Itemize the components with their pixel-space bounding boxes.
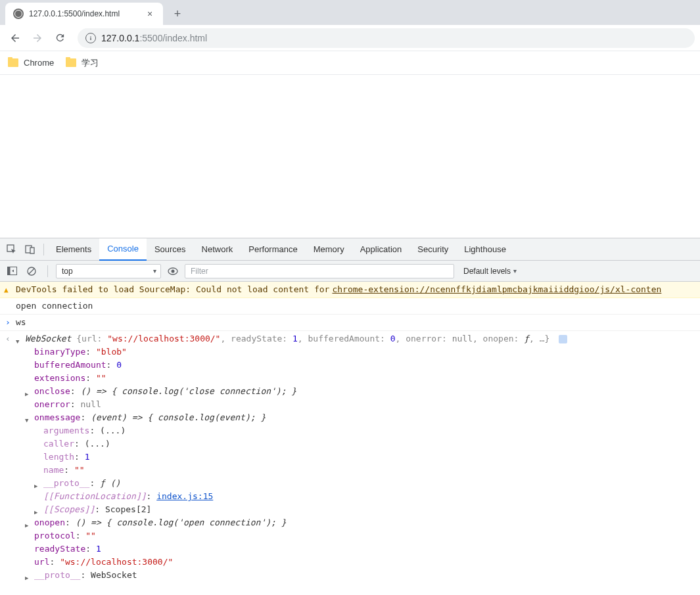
folder-icon [8, 58, 18, 67]
address-bar[interactable]: i 127.0.0.1:5500/index.html [78, 28, 695, 48]
globe-icon [13, 9, 24, 19]
tab-elements[interactable]: Elements [48, 238, 99, 261]
info-icon[interactable]: i [85, 33, 96, 43]
source-link[interactable]: index.js:15 [156, 491, 213, 501]
tab-application[interactable]: Application [352, 238, 410, 261]
console-warning-row[interactable]: DevTools failed to load SourceMap: Could… [0, 282, 700, 298]
console-sidebar-toggle-icon[interactable] [4, 263, 20, 279]
prop-onclose[interactable]: onclose: () => { console.log('close conn… [25, 385, 695, 398]
svg-rect-2 [30, 248, 34, 253]
tab-console[interactable]: Console [99, 238, 147, 261]
prop-name[interactable]: name: "" [34, 464, 695, 477]
tab-network[interactable]: Network [194, 238, 241, 261]
websocket-object[interactable]: WebSocket {url: "ws://localhost:3000/", … [16, 332, 695, 345]
reload-button[interactable] [50, 28, 70, 48]
console-output: DevTools failed to load SourceMap: Could… [0, 282, 700, 583]
bookmark-chrome[interactable]: Chrome [8, 58, 54, 68]
prop-caller[interactable]: caller: (...) [34, 437, 695, 451]
tab-memory[interactable]: Memory [306, 238, 352, 261]
console-input-row[interactable]: ws [0, 315, 700, 331]
tab-strip: 127.0.0.1:5500/index.html × + [0, 0, 700, 25]
url-text: 127.0.0.1:5500/index.html [101, 33, 207, 43]
sourcemap-link[interactable]: chrome-extension://ncennffkjdiamlpmcbajk… [332, 283, 661, 296]
context-selector[interactable]: top [56, 264, 161, 278]
devtools-tab-bar: Elements Console Sources Network Perform… [0, 238, 700, 261]
prop-readystate[interactable]: readyState: 1 [25, 542, 695, 556]
prop-proto[interactable]: __proto__: ƒ () [34, 477, 695, 490]
prop-functionlocation[interactable]: [[FunctionLocation]]: index.js:15 [34, 490, 695, 503]
log-level-selector[interactable]: Default levels [458, 267, 522, 276]
bookmark-study[interactable]: 学习 [66, 57, 99, 69]
clear-console-icon[interactable] [24, 263, 39, 279]
browser-tab[interactable]: 127.0.0.1:5500/index.html × [5, 3, 163, 25]
device-toggle-icon[interactable] [21, 241, 39, 258]
console-object-row[interactable]: WebSocket {url: "ws://localhost:3000/", … [0, 331, 700, 583]
prop-onmessage[interactable]: onmessage: (event) => { console.log(even… [25, 411, 695, 424]
inspect-element-icon[interactable] [3, 241, 21, 258]
live-expression-icon[interactable] [165, 263, 181, 279]
tab-title: 127.0.0.1:5500/index.html [29, 9, 139, 18]
console-log-row[interactable]: open connection [0, 298, 700, 315]
prop-bufferedamount[interactable]: bufferedAmount: 0 [25, 359, 695, 372]
prop-proto-ws[interactable]: __proto__: WebSocket [25, 569, 695, 582]
back-button[interactable] [5, 28, 25, 48]
tab-performance[interactable]: Performance [241, 238, 305, 261]
bookmarks-bar: Chrome 学习 [0, 51, 700, 75]
svg-point-8 [172, 269, 175, 273]
filter-input[interactable]: Filter [185, 264, 454, 278]
new-tab-button[interactable]: + [168, 5, 187, 23]
prop-length[interactable]: length: 1 [34, 451, 695, 464]
prop-scopes[interactable]: [[Scopes]]: Scopes[2] [34, 503, 695, 516]
browser-toolbar: i 127.0.0.1:5500/index.html [0, 25, 700, 51]
folder-icon [66, 58, 76, 67]
info-badge-icon[interactable] [559, 335, 567, 343]
tab-security[interactable]: Security [409, 238, 456, 261]
console-toolbar: top Filter Default levels [0, 261, 700, 282]
svg-rect-4 [7, 267, 10, 275]
tab-sources[interactable]: Sources [147, 238, 194, 261]
close-icon[interactable]: × [145, 9, 155, 19]
prop-binarytype[interactable]: binaryType: "blob" [25, 345, 695, 359]
forward-button[interactable] [28, 28, 47, 48]
prop-url[interactable]: url: "ws://localhost:3000/" [25, 556, 695, 569]
tab-lighthouse[interactable]: Lighthouse [456, 238, 514, 261]
prop-onopen[interactable]: onopen: () => { console.log('open connec… [25, 516, 695, 529]
prop-arguments[interactable]: arguments: (...) [34, 424, 695, 437]
page-viewport [0, 75, 700, 238]
devtools-panel: Elements Console Sources Network Perform… [0, 238, 700, 583]
prop-extensions[interactable]: extensions: "" [25, 372, 695, 385]
svg-line-6 [29, 269, 34, 274]
prop-protocol[interactable]: protocol: "" [25, 529, 695, 542]
prop-onerror[interactable]: onerror: null [25, 398, 695, 411]
